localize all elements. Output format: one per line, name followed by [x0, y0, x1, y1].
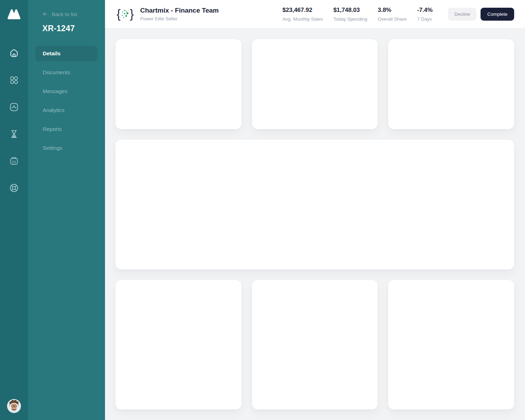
sidebar-item-label: Messages [43, 88, 68, 94]
brace-left: { [117, 6, 121, 22]
stat-label: 7 Days [417, 16, 433, 22]
sidebar-nav: Details Documents Messages Analytics Rep… [35, 46, 98, 156]
stat-label: Overall Share [378, 16, 407, 22]
back-to-list-label: Back to list [52, 11, 77, 17]
hourglass-icon[interactable] [8, 128, 20, 140]
team-logo-icon: { } [117, 6, 134, 22]
sidebar-panel: Back to list XR-1247 Details Documents M… [28, 0, 105, 420]
sidebar-item-analytics[interactable]: Analytics [35, 103, 98, 118]
back-to-list-link[interactable]: Back to list [42, 11, 77, 17]
activity-icon[interactable] [8, 102, 20, 113]
header-stats: $23,467.92 Avg. Monthly Sales $1,748.03 … [282, 7, 433, 22]
brace-right: } [130, 6, 134, 22]
grid-icon[interactable] [8, 75, 20, 86]
wide-chart-card [115, 140, 514, 270]
stat-7-days: -7.4% 7 Days [417, 7, 433, 22]
stat-avg-monthly-sales: $23,467.92 Avg. Monthly Sales [282, 7, 323, 22]
home-icon[interactable] [8, 48, 20, 59]
sidebar-item-label: Settings [43, 145, 62, 151]
decline-button[interactable]: Decline [448, 8, 476, 21]
summary-card-1 [115, 39, 241, 129]
calendar-icon[interactable] [8, 155, 20, 167]
detail-card-1 [115, 280, 241, 410]
app-logo[interactable] [6, 8, 22, 22]
stat-label: Avg. Monthly Sales [282, 16, 323, 22]
sidebar-item-label: Reports [43, 126, 62, 132]
logo-dots [121, 8, 130, 20]
card-grid [115, 39, 514, 410]
page-header: { } Chartmix - Finance Team Power Elite … [105, 0, 525, 28]
stat-overall-share: 3.8% Overall Share [378, 7, 407, 22]
icon-rail [0, 0, 28, 420]
main-content [105, 28, 525, 420]
sidebar-item-label: Analytics [43, 107, 64, 113]
arrow-left-icon [42, 11, 48, 17]
page-subtitle: Power Elite Seller [140, 16, 219, 21]
stat-value: 3.8% [378, 7, 407, 14]
header-actions: Decline Complete [448, 8, 514, 21]
sidebar-item-settings[interactable]: Settings [35, 140, 98, 156]
page-title: Chartmix - Finance Team [140, 7, 219, 14]
sidebar-item-label: Details [43, 50, 61, 57]
lifebuoy-icon[interactable] [8, 182, 20, 194]
summary-card-3 [388, 39, 514, 129]
summary-card-2 [252, 39, 378, 129]
stat-value: $1,748.03 [333, 7, 367, 14]
user-avatar[interactable] [7, 399, 21, 413]
stat-value: $23,467.92 [282, 7, 323, 14]
sidebar-item-reports[interactable]: Reports [35, 121, 98, 137]
sidebar-item-messages[interactable]: Messages [35, 84, 98, 99]
sidebar-item-documents[interactable]: Documents [35, 65, 98, 80]
complete-button[interactable]: Complete [481, 8, 514, 21]
mountain-logo-icon [6, 8, 22, 21]
stat-value: -7.4% [417, 7, 433, 14]
rail-nav [0, 48, 28, 194]
avatar-image [7, 399, 21, 413]
sidebar-item-details[interactable]: Details [35, 46, 98, 61]
sidebar-item-label: Documents [43, 69, 70, 76]
detail-card-2 [252, 280, 378, 410]
header-titles: Chartmix - Finance Team Power Elite Sell… [140, 7, 219, 21]
case-id-title: XR-1247 [42, 24, 75, 33]
detail-card-3 [388, 280, 514, 410]
stat-label: Today Spending [333, 16, 367, 22]
stat-today-spending: $1,748.03 Today Spending [333, 7, 367, 22]
